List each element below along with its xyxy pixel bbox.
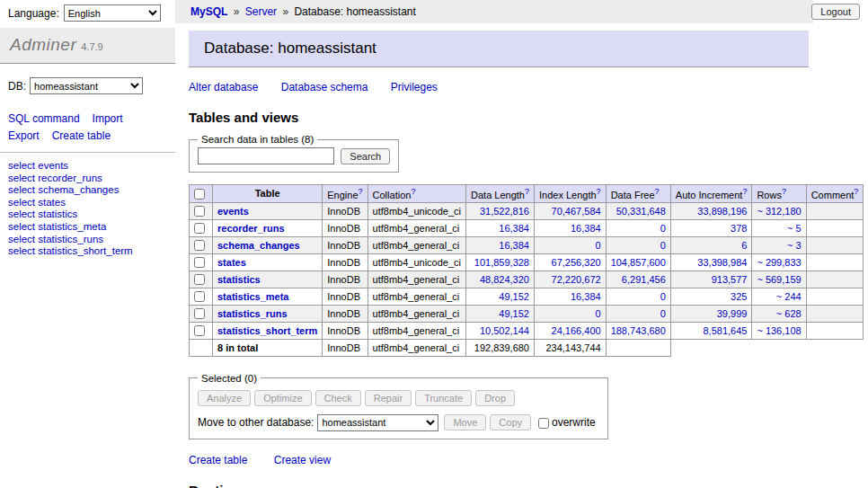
row-select-checkbox[interactable] — [194, 308, 205, 319]
overwrite-checkbox[interactable] — [538, 418, 549, 429]
table-name-link[interactable]: statistics_meta — [217, 291, 289, 302]
table-name-link[interactable]: statistics_short_term — [217, 325, 317, 336]
rows-count-link[interactable]: ~ 628 — [776, 308, 802, 319]
table-name-link[interactable]: statistics — [217, 274, 261, 285]
search-button[interactable]: Search — [341, 148, 390, 164]
row-select-checkbox[interactable] — [194, 291, 205, 302]
total-spacer — [670, 339, 752, 356]
column-help-link[interactable]: ? — [782, 187, 786, 196]
engine-cell: InnoDB — [323, 219, 368, 236]
column-help-link[interactable]: ? — [655, 187, 660, 196]
optimize-button[interactable]: Optimize — [254, 390, 311, 406]
auto-increment-cell: 39,999 — [670, 305, 752, 322]
rows-count-link[interactable]: ~ 569,159 — [757, 274, 801, 285]
alter-database-link[interactable]: Alter database — [189, 81, 258, 93]
language-select[interactable]: English — [64, 4, 161, 22]
sidebar-table-link[interactable]: select statistics — [8, 209, 167, 221]
column-help-link[interactable]: ? — [597, 187, 601, 196]
sidebar-table-link[interactable]: select recorder_runs — [8, 173, 167, 185]
breadcrumb-mysql-link[interactable]: MySQL — [190, 5, 227, 18]
privileges-link[interactable]: Privileges — [391, 81, 438, 93]
move-button[interactable]: Move — [444, 414, 486, 430]
table-name-cell: statistics_short_term — [213, 322, 323, 339]
engine-cell: InnoDB — [323, 236, 368, 253]
logout-button[interactable]: Logout — [811, 4, 860, 20]
create-table-link-sidebar[interactable]: Create table — [52, 129, 111, 142]
db-select[interactable]: homeassistant — [30, 77, 143, 94]
export-link[interactable]: Export — [8, 129, 40, 142]
rows-count-link[interactable]: ~ 299,833 — [757, 257, 801, 268]
create-view-link[interactable]: Create view — [274, 454, 331, 466]
table-name-link[interactable]: states — [217, 257, 246, 268]
breadcrumb-server-link[interactable]: Server — [245, 5, 277, 18]
collation-cell: utf8mb4_general_ci — [368, 305, 465, 322]
sidebar-table-link[interactable]: select statistics_short_term — [8, 245, 167, 258]
analyze-button[interactable]: Analyze — [198, 390, 251, 406]
rows-count-link[interactable]: ~ 136,108 — [757, 325, 801, 336]
routines-section-title: Routines — [189, 483, 868, 488]
import-link[interactable]: Import — [93, 112, 123, 125]
table-name-link[interactable]: schema_changes — [217, 240, 300, 251]
rows-cell: ~ 569,159 — [752, 271, 806, 288]
comment-cell — [806, 202, 864, 219]
table-row: statisticsInnoDButf8mb4_general_ci48,824… — [190, 271, 864, 288]
table-row: eventsInnoDButf8mb4_unicode_ci31,522,816… — [190, 202, 864, 219]
index-length-cell: 16,384 — [534, 288, 606, 305]
col-header-data-length: Data Length? — [466, 185, 535, 203]
rows-count-link[interactable]: ~ 312,180 — [757, 206, 801, 217]
table-name-link[interactable]: statistics_runs — [217, 308, 288, 319]
row-select-checkbox[interactable] — [194, 206, 205, 217]
rows-count-link[interactable]: ~ 5 — [787, 223, 802, 234]
create-links: Create table Create view — [189, 454, 868, 466]
drop-button[interactable]: Drop — [475, 390, 515, 406]
sql-command-link[interactable]: SQL command — [8, 112, 80, 125]
search-input[interactable] — [198, 147, 334, 164]
column-help-link[interactable]: ? — [854, 187, 858, 196]
comment-cell — [806, 236, 864, 253]
table-row: statistics_metaInnoDButf8mb4_general_ci4… — [190, 288, 864, 305]
sidebar-table-link[interactable]: select statistics_meta — [8, 221, 167, 234]
col-header-index-length: Index Length? — [534, 185, 606, 203]
database-schema-link[interactable]: Database schema — [281, 81, 368, 93]
index-length-cell: 67,256,320 — [534, 253, 606, 271]
sidebar-table-link[interactable]: select schema_changes — [8, 184, 167, 197]
comment-cell — [806, 288, 864, 305]
column-help-link[interactable]: ? — [411, 187, 415, 196]
column-help-link[interactable]: ? — [359, 187, 363, 196]
rows-count-link[interactable]: ~ 244 — [776, 291, 802, 302]
select-all-checkbox[interactable] — [194, 189, 205, 200]
column-help-link[interactable]: ? — [742, 187, 747, 196]
collation-cell: utf8mb4_general_ci — [368, 271, 465, 288]
rows-cell: ~ 136,108 — [752, 322, 806, 339]
table-name-cell: states — [213, 253, 323, 271]
row-select-checkbox[interactable] — [194, 325, 205, 336]
selected-buttons: AnalyzeOptimizeCheckRepairTruncateDrop — [198, 390, 599, 406]
create-table-link[interactable]: Create table — [189, 454, 247, 466]
engine-cell: InnoDB — [323, 322, 368, 339]
check-button[interactable]: Check — [315, 390, 361, 406]
rows-cell: ~ 312,180 — [752, 202, 806, 219]
row-select-checkbox[interactable] — [194, 274, 205, 285]
truncate-button[interactable]: Truncate — [415, 390, 472, 406]
row-select-checkbox[interactable] — [194, 257, 205, 268]
sidebar-table-link[interactable]: select states — [8, 197, 167, 209]
row-select-checkbox[interactable] — [194, 223, 205, 234]
copy-button[interactable]: Copy — [490, 414, 531, 430]
row-select-checkbox[interactable] — [194, 240, 205, 251]
table-name-link[interactable]: events — [217, 206, 249, 217]
overwrite-label: overwrite — [552, 416, 596, 429]
table-name-link[interactable]: recorder_runs — [217, 223, 285, 234]
tables-section-title: Tables and views — [189, 110, 868, 125]
overwrite-option[interactable]: overwrite — [538, 416, 599, 429]
rows-count-link[interactable]: ~ 3 — [787, 240, 802, 251]
column-help-link[interactable]: ? — [525, 187, 529, 196]
table-name-cell: statistics_runs — [213, 305, 323, 322]
sidebar-table-link[interactable]: select statistics_runs — [8, 234, 167, 246]
move-db-select[interactable]: homeassistant — [317, 414, 438, 431]
row-select-cell — [190, 219, 213, 236]
data-free-cell: 0 — [606, 305, 670, 322]
adminer-logo: Adminer4.7.9 — [0, 28, 175, 64]
sidebar: Language:English Adminer4.7.9 DB:homeass… — [0, 0, 175, 258]
sidebar-table-link[interactable]: select events — [8, 160, 167, 173]
repair-button[interactable]: Repair — [365, 390, 412, 406]
